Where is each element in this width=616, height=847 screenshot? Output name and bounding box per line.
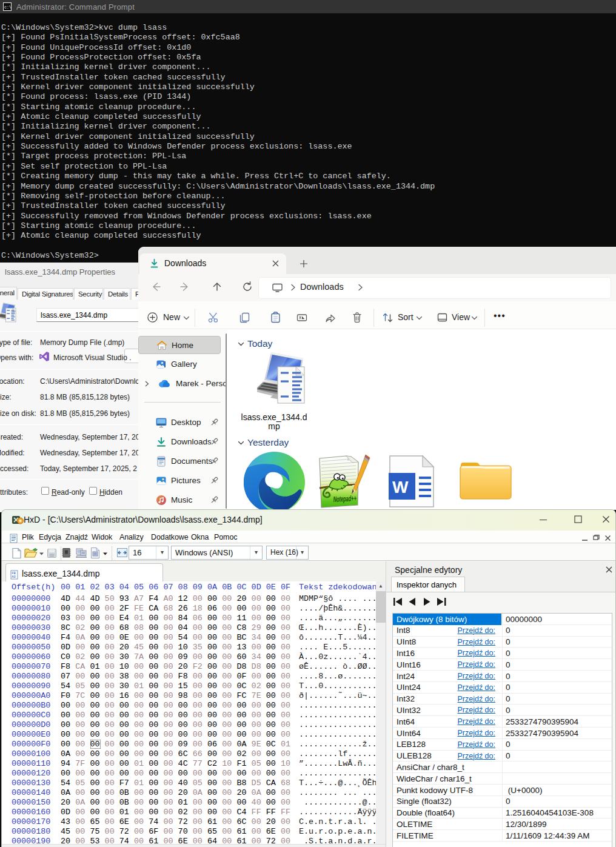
svg-text:W: W	[392, 478, 409, 497]
svg-text:c:\: c:\	[4, 5, 12, 10]
svg-text:A0: A0	[12, 575, 16, 579]
svg-text:Notepad++: Notepad++	[333, 494, 357, 504]
